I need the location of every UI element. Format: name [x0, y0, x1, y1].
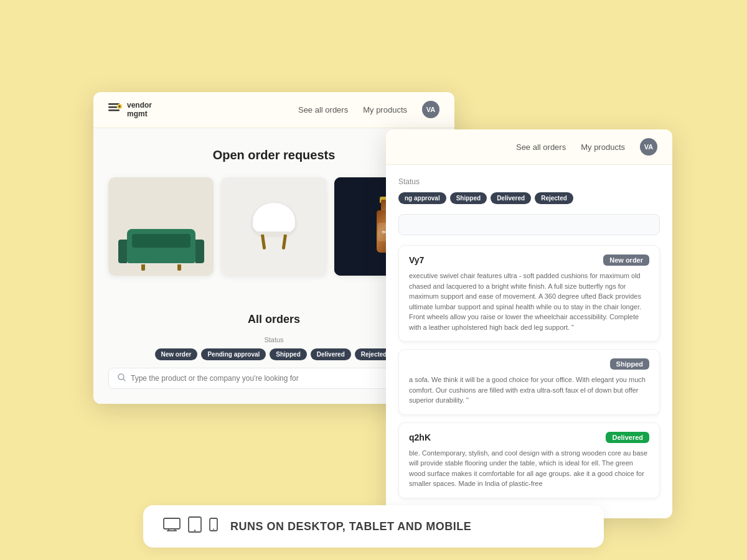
secondary-my-products-link[interactable]: My products [581, 142, 625, 152]
order-desc-q2hk: ble. Contemporary, stylish, and cool des… [409, 448, 649, 489]
mobile-icon [209, 518, 218, 535]
order-header-shipped: Shipped [409, 358, 649, 370]
main-navbar: vendor mgmt See all orders My products V… [93, 92, 454, 128]
svg-line-7 [123, 379, 125, 381]
product-card-sofa[interactable]: Sofa | ND3J Single line short text $2,02… [108, 177, 214, 276]
secondary-browser-window: See all orders My products VA Status ng … [386, 129, 672, 518]
order-desc-shipped: a sofa. We think it will be a good choic… [409, 375, 649, 406]
chair-back [253, 203, 295, 234]
cart-icon [108, 103, 122, 117]
order-status-q2hk: Delivered [606, 432, 649, 443]
chair-leg-right [282, 235, 287, 250]
svg-rect-1 [108, 106, 117, 108]
order-status-shipped: Shipped [610, 358, 649, 370]
secondary-badge-pending[interactable]: ng approval [398, 192, 446, 204]
tablet-icon [188, 516, 202, 536]
chair-image [221, 177, 326, 276]
order-id-vy7: Vy7 [409, 255, 424, 265]
svg-rect-8 [164, 518, 180, 529]
see-all-orders-link[interactable]: See all orders [298, 105, 348, 114]
order-card-shipped[interactable]: Shipped a sofa. We think it will be a go… [398, 349, 660, 415]
chair-illustration [252, 203, 296, 250]
sofa-image [108, 177, 214, 276]
secondary-search-input[interactable] [398, 214, 660, 235]
main-nav-links: See all orders My products VA [298, 101, 439, 118]
secondary-content: Status ng approval Shipped Delivered Rej… [386, 165, 672, 518]
order-card-q2hk[interactable]: q2hK Delivered ble. Contemporary, stylis… [398, 422, 660, 498]
sofa-leg-left [141, 264, 145, 271]
sofa-leg-right [177, 264, 181, 271]
secondary-status-badges: ng approval Shipped Delivered Rejected [398, 192, 660, 204]
badge-shipped[interactable]: Shipped [270, 348, 306, 360]
order-header-q2hk: q2hK Delivered [409, 432, 649, 443]
secondary-badge-rejected[interactable]: Rejected [535, 192, 573, 204]
svg-point-15 [213, 529, 214, 530]
desktop-icon [163, 518, 181, 535]
svg-point-13 [194, 530, 195, 531]
order-status-vy7: New order [603, 254, 649, 266]
svg-rect-2 [108, 110, 120, 111]
order-id-q2hk: q2hK [409, 432, 431, 442]
product-card-chair[interactable]: White Office Chair | UVy7 Single line sh… [221, 177, 326, 276]
secondary-navbar: See all orders My products VA [386, 129, 672, 165]
my-products-link[interactable]: My products [363, 105, 407, 114]
secondary-status-label: Status [398, 177, 660, 186]
bottom-banner: RUNS ON DESKTOP, TABLET AND MOBILE [143, 505, 604, 548]
order-header-vy7: Vy7 New order [409, 254, 649, 266]
badge-new-order[interactable]: New order [155, 348, 198, 360]
badge-delivered[interactable]: Delivered [311, 348, 351, 360]
search-icon [118, 373, 126, 383]
badge-pending[interactable]: Pending approval [201, 348, 266, 360]
chair-leg-left [261, 235, 266, 250]
logo-text: vendor mgmt [127, 101, 152, 119]
secondary-user-avatar[interactable]: VA [640, 138, 657, 156]
order-card-vy7[interactable]: Vy7 New order executive swivel chair fea… [398, 245, 660, 342]
user-avatar[interactable]: VA [422, 101, 439, 118]
device-icons [163, 516, 218, 536]
sofa-illustration [127, 229, 195, 263]
banner-text: RUNS ON DESKTOP, TABLET AND MOBILE [230, 520, 471, 533]
logo: vendor mgmt [108, 101, 152, 119]
order-desc-vy7: executive swivel chair features ultra - … [409, 271, 649, 332]
secondary-see-all-orders-link[interactable]: See all orders [516, 142, 566, 152]
secondary-badge-delivered[interactable]: Delivered [491, 192, 531, 204]
secondary-badge-shipped[interactable]: Shipped [450, 192, 487, 204]
search-input[interactable] [131, 374, 430, 383]
